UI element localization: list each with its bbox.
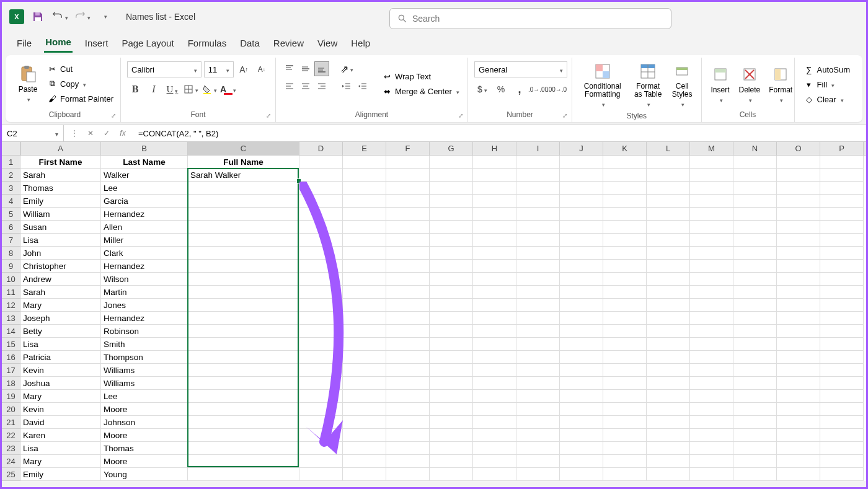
cell-A25[interactable]: Emily — [20, 468, 101, 481]
cell-G22[interactable] — [430, 429, 473, 442]
cell-J2[interactable] — [560, 169, 603, 182]
cell-J25[interactable] — [560, 468, 603, 481]
cell-I3[interactable] — [516, 182, 560, 195]
cancel-formula-button[interactable]: ✕ — [84, 126, 97, 140]
cell-H9[interactable] — [473, 260, 516, 273]
decrease-indent-button[interactable] — [339, 79, 354, 94]
cell-G11[interactable] — [430, 286, 473, 299]
tab-data[interactable]: Data — [239, 34, 261, 52]
cell-I17[interactable] — [516, 364, 560, 377]
cell-L2[interactable] — [647, 169, 690, 182]
cell-E5[interactable] — [343, 208, 386, 221]
cell-E15[interactable] — [343, 338, 386, 351]
cell-C10[interactable] — [188, 273, 299, 286]
col-header-P[interactable]: P — [820, 142, 864, 155]
cell-B23[interactable]: Thomas — [101, 442, 188, 455]
cell-C14[interactable] — [188, 325, 299, 338]
cell-A17[interactable]: Kevin — [20, 364, 101, 377]
cell-K8[interactable] — [603, 247, 647, 260]
spreadsheet-grid[interactable]: ABCDEFGHIJKLMNOP 12345678910111213141516… — [2, 142, 866, 481]
cell-C6[interactable] — [188, 221, 299, 234]
cell-P11[interactable] — [820, 286, 864, 299]
cell-O7[interactable] — [777, 234, 820, 247]
cell-O4[interactable] — [777, 195, 820, 208]
row-header-3[interactable]: 3 — [2, 182, 20, 195]
cell-A3[interactable]: Thomas — [20, 182, 101, 195]
cell-H10[interactable] — [473, 273, 516, 286]
cell-H17[interactable] — [473, 364, 516, 377]
cell-D21[interactable] — [299, 416, 343, 429]
cell-E18[interactable] — [343, 377, 386, 390]
cell-H14[interactable] — [473, 325, 516, 338]
cell-F14[interactable] — [386, 325, 430, 338]
cell-J16[interactable] — [560, 351, 603, 364]
cell-M24[interactable] — [690, 455, 733, 468]
cell-C8[interactable] — [188, 247, 299, 260]
clear-button[interactable]: ◇Clear — [801, 92, 852, 106]
cell-D17[interactable] — [299, 364, 343, 377]
orientation-button[interactable]: ⇗ — [339, 61, 354, 76]
cell-M10[interactable] — [690, 273, 733, 286]
row-header-21[interactable]: 21 — [2, 416, 20, 429]
cell-M22[interactable] — [690, 429, 733, 442]
cell-M17[interactable] — [690, 364, 733, 377]
cell-J6[interactable] — [560, 221, 603, 234]
cell-I5[interactable] — [516, 208, 560, 221]
cell-G3[interactable] — [430, 182, 473, 195]
cell-J10[interactable] — [560, 273, 603, 286]
cell-O9[interactable] — [777, 260, 820, 273]
cell-L10[interactable] — [647, 273, 690, 286]
cell-B25[interactable]: Young — [101, 468, 188, 481]
tab-page-layout[interactable]: Page Layout — [120, 34, 175, 52]
cell-P18[interactable] — [820, 377, 864, 390]
cell-J22[interactable] — [560, 429, 603, 442]
cell-E2[interactable] — [343, 169, 386, 182]
cell-H18[interactable] — [473, 377, 516, 390]
row-header-20[interactable]: 20 — [2, 403, 20, 416]
cell-J3[interactable] — [560, 182, 603, 195]
col-header-C[interactable]: C — [188, 142, 299, 155]
cell-P9[interactable] — [820, 260, 864, 273]
currency-button[interactable]: $ — [474, 81, 490, 97]
cell-B6[interactable]: Allen — [101, 221, 188, 234]
enter-formula-button[interactable]: ✓ — [100, 126, 113, 140]
tab-home[interactable]: Home — [44, 33, 73, 53]
cell-G9[interactable] — [430, 260, 473, 273]
row-header-17[interactable]: 17 — [2, 364, 20, 377]
cell-E4[interactable] — [343, 195, 386, 208]
cell-L8[interactable] — [647, 247, 690, 260]
cell-P17[interactable] — [820, 364, 864, 377]
cell-K4[interactable] — [603, 195, 647, 208]
format-button[interactable]: Format — [766, 60, 795, 108]
cell-K9[interactable] — [603, 260, 647, 273]
cell-A24[interactable]: Mary — [20, 455, 101, 468]
cell-L11[interactable] — [647, 286, 690, 299]
cell-L16[interactable] — [647, 351, 690, 364]
tab-insert[interactable]: Insert — [84, 34, 110, 52]
cell-D13[interactable] — [299, 312, 343, 325]
cell-G21[interactable] — [430, 416, 473, 429]
cell-N1[interactable] — [733, 156, 777, 169]
cell-P7[interactable] — [820, 234, 864, 247]
cell-F2[interactable] — [386, 169, 430, 182]
cell-C1[interactable]: Full Name — [188, 156, 299, 169]
cell-A21[interactable]: David — [20, 416, 101, 429]
cell-P2[interactable] — [820, 169, 864, 182]
cell-P4[interactable] — [820, 195, 864, 208]
cell-D11[interactable] — [299, 286, 343, 299]
cell-H15[interactable] — [473, 338, 516, 351]
cell-B22[interactable]: Moore — [101, 429, 188, 442]
cell-E9[interactable] — [343, 260, 386, 273]
cell-C18[interactable] — [188, 377, 299, 390]
cell-I15[interactable] — [516, 338, 560, 351]
bold-button[interactable]: B — [127, 81, 143, 97]
col-header-M[interactable]: M — [690, 142, 733, 155]
cell-A14[interactable]: Betty — [20, 325, 101, 338]
cell-H7[interactable] — [473, 234, 516, 247]
cell-F10[interactable] — [386, 273, 430, 286]
cell-I10[interactable] — [516, 273, 560, 286]
cell-M19[interactable] — [690, 390, 733, 403]
col-header-E[interactable]: E — [343, 142, 386, 155]
cell-F15[interactable] — [386, 338, 430, 351]
cell-N9[interactable] — [733, 260, 777, 273]
